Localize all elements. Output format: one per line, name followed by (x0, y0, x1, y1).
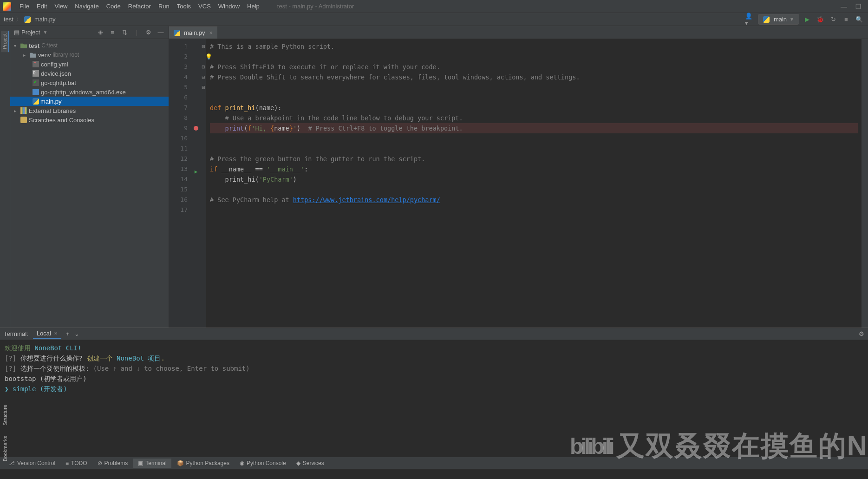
run-button[interactable]: ▶ (802, 14, 812, 25)
scratch-icon (20, 117, 27, 123)
library-icon (20, 107, 27, 114)
tab-structure[interactable]: Structure (1, 402, 9, 428)
expand-icon[interactable]: ≡ (108, 28, 117, 37)
folder-icon (30, 52, 36, 58)
minimize-icon[interactable]: — (841, 3, 847, 10)
console-icon: ◉ (240, 460, 244, 466)
tool-version-control[interactable]: ⎇Version Control (4, 459, 60, 468)
close-icon[interactable]: × (209, 30, 213, 36)
code-editor[interactable]: # This is a sample Python script. # Pres… (206, 39, 861, 328)
divider-icon: | (132, 28, 141, 37)
menu-run[interactable]: Run (155, 1, 173, 12)
maximize-icon[interactable]: ❐ (855, 3, 861, 10)
run-config-name: main (774, 16, 787, 23)
breadcrumb-root[interactable]: test (4, 16, 13, 23)
exe-icon (33, 89, 39, 95)
json-icon (33, 70, 39, 77)
coverage-button[interactable]: ↻ (828, 14, 838, 25)
tree-external-libs[interactable]: ▸ External Libraries (10, 106, 169, 115)
tree-venv[interactable]: ▸ venv library root (10, 50, 169, 59)
collapse-icon[interactable]: ⇅ (120, 28, 129, 37)
tree-root[interactable]: ▾ test C:\test (10, 41, 169, 50)
gear-icon[interactable]: ⚙ (859, 330, 864, 337)
tree-file-selected[interactable]: main.py (10, 97, 169, 106)
breadcrumb[interactable]: test 〉 main.py (4, 15, 56, 24)
run-gutter-icon[interactable]: ▶ (191, 167, 201, 177)
add-user-button[interactable]: 👤▾ (745, 14, 755, 25)
run-config-selector[interactable]: main ▼ (758, 14, 799, 25)
todo-icon: ≡ (65, 460, 69, 466)
folder-icon (20, 43, 27, 48)
search-button[interactable]: 🔍 (854, 14, 864, 25)
menu-tools[interactable]: Tools (173, 1, 195, 12)
tab-project[interactable]: Project (1, 31, 9, 52)
breakpoint-icon[interactable] (194, 126, 198, 131)
menu-view[interactable]: View (51, 1, 71, 12)
line-numbers: 1234567891011121314151617 (169, 39, 191, 328)
gutter[interactable]: ▶ (191, 39, 201, 328)
tool-python-console[interactable]: ◉Python Console (235, 459, 291, 468)
terminal-icon: ▣ (138, 460, 143, 466)
terminal-output[interactable]: 欢迎使用 NoneBot CLI! [?] 你想要进行什么操作? 创建一个 No… (0, 340, 868, 457)
breadcrumb-file[interactable]: main.py (34, 16, 56, 23)
tool-terminal[interactable]: ▣Terminal (133, 459, 171, 468)
left-tool-strip: Project (0, 26, 10, 328)
problems-icon: ⊘ (98, 460, 102, 466)
bulb-icon[interactable]: 💡 (205, 52, 211, 62)
menu-edit[interactable]: Edit (33, 1, 51, 12)
python-file-icon (24, 16, 31, 23)
hide-icon[interactable]: — (157, 28, 165, 37)
tree-file[interactable]: device.json (10, 69, 169, 78)
chevron-down-icon: ▼ (790, 17, 794, 22)
window-title: test - main.py - Administrator (277, 3, 354, 10)
app-logo-icon (3, 2, 11, 11)
menu-vcs[interactable]: VCS (195, 1, 215, 12)
menu-code[interactable]: Code (103, 1, 124, 12)
editor-area: main.py × 1234567891011121314151617 ▶ ⊟💡… (169, 26, 868, 328)
menu-help[interactable]: Help (243, 1, 263, 12)
fold-column[interactable]: ⊟💡⊟⊟⊟ (201, 39, 206, 328)
tool-todo[interactable]: ≡TODO (61, 459, 91, 468)
breadcrumb-separator: 〉 (16, 15, 22, 24)
chevron-right-icon[interactable]: ▸ (14, 108, 20, 113)
tree-file[interactable]: go-cqhttp.bat (10, 78, 169, 87)
yml-icon (33, 61, 39, 67)
tool-python-packages[interactable]: 📦Python Packages (172, 459, 234, 468)
left-strip-bottom: Bookmarks Structure (0, 402, 10, 467)
services-icon: ◆ (296, 460, 300, 466)
add-terminal-icon[interactable]: + (66, 330, 70, 337)
locate-icon[interactable]: ⊕ (96, 28, 104, 37)
tree-file[interactable]: go-cqhttp_windows_amd64.exe (10, 87, 169, 97)
chevron-down-icon[interactable]: ⌄ (74, 330, 79, 337)
packages-icon: 📦 (177, 460, 184, 466)
menu-window[interactable]: Window (215, 1, 243, 12)
chevron-right-icon[interactable]: ▸ (23, 52, 30, 58)
tool-problems[interactable]: ⊘Problems (93, 459, 133, 468)
tree-file[interactable]: config.yml (10, 59, 169, 69)
menu-file[interactable]: File (16, 1, 33, 12)
debug-button[interactable]: 🐞 (815, 14, 825, 25)
terminal-tab[interactable]: Local × (33, 329, 61, 339)
bat-icon (33, 79, 39, 86)
project-tree: ▾ test C:\test ▸ venv library root confi… (10, 39, 169, 328)
python-icon (763, 16, 770, 23)
python-file-icon (33, 98, 39, 105)
menu-navigate[interactable]: Navigate (71, 1, 102, 12)
tool-services[interactable]: ◆Services (292, 459, 329, 468)
menu-refactor[interactable]: Refactor (124, 1, 155, 12)
project-tool-icon: ▤ (14, 29, 20, 36)
close-icon[interactable]: × (52, 330, 58, 337)
terminal-panel: Terminal: Local × + ⌄ ⚙ 欢迎使用 NoneBot CLI… (0, 328, 868, 457)
chevron-down-icon[interactable]: ▾ (14, 43, 20, 48)
editor-tab[interactable]: main.py × (169, 26, 217, 39)
chevron-down-icon[interactable]: ▼ (43, 30, 47, 35)
editor-scrollbar[interactable] (861, 39, 868, 328)
stop-button[interactable]: ■ (841, 14, 851, 25)
gear-icon[interactable]: ⚙ (144, 28, 153, 37)
project-sidebar: ▤ Project ▼ ⊕ ≡ ⇅ | ⚙ — ▾ test C:\test ▸ (10, 26, 169, 328)
python-file-icon (174, 30, 180, 36)
navigation-bar: test 〉 main.py 👤▾ main ▼ ▶ 🐞 ↻ ■ 🔍 (0, 13, 868, 26)
sidebar-title: ▤ Project ▼ (14, 29, 47, 36)
tab-bookmarks[interactable]: Bookmarks (1, 433, 9, 464)
tree-scratches[interactable]: Scratches and Consoles (10, 115, 169, 125)
